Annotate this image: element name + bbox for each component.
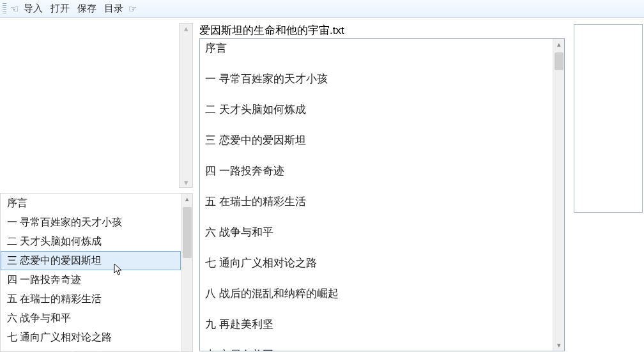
- right-panel: [574, 24, 643, 213]
- list-item[interactable]: 二 天才头脑如何炼成: [204, 102, 549, 118]
- left-chapter-list: 序言一 寻常百姓家的天才小孩二 天才头脑如何炼成三 恋爱中的爱因斯坦四 一路投奔…: [0, 193, 193, 352]
- left-scrollbar[interactable]: ▴: [181, 194, 192, 351]
- list-item[interactable]: 七 通向广义相对论之路: [204, 255, 549, 272]
- chevron-down-icon[interactable]: ▾: [184, 178, 188, 187]
- list-item[interactable]: 六 战争与和平: [204, 224, 549, 241]
- list-item[interactable]: 五 在瑞士的精彩生活: [204, 194, 549, 210]
- save-button[interactable]: 保存: [75, 2, 99, 15]
- list-item[interactable]: 九 再赴美利坚: [204, 316, 549, 333]
- list-item[interactable]: 序言: [1, 194, 181, 213]
- scrollbar-thumb[interactable]: [555, 52, 564, 70]
- left-scroll-strip[interactable]: ▴ ▾: [179, 23, 193, 188]
- scrollbar-thumb[interactable]: [183, 207, 192, 258]
- open-button[interactable]: 打开: [48, 2, 72, 15]
- chevron-down-icon[interactable]: ▾: [557, 340, 561, 351]
- list-item[interactable]: 三 恋爱中的爱因斯坦: [1, 251, 181, 270]
- list-item[interactable]: 四 一路投奔奇迹: [1, 270, 181, 289]
- list-item[interactable]: 一 寻常百姓家的天才小孩: [1, 213, 181, 232]
- list-item[interactable]: 三 恋爱中的爱因斯坦: [204, 132, 549, 149]
- list-item[interactable]: 七 通向广义相对论之路: [1, 328, 181, 347]
- document-title: 爱因斯坦的生命和他的宇宙.txt: [199, 23, 344, 38]
- list-item[interactable]: 八 战后的混乱和纳粹的崛起: [1, 347, 181, 351]
- list-item[interactable]: 一 寻常百姓家的天才小孩: [204, 71, 549, 88]
- chevron-up-icon[interactable]: ▴: [185, 194, 189, 204]
- toolbar: ☜ 导入 打开 保存 目录 ☞: [0, 0, 644, 18]
- list-item[interactable]: 五 在瑞士的精彩生活: [1, 289, 181, 309]
- toc-button[interactable]: 目录: [102, 2, 126, 15]
- list-item[interactable]: 四 一路投奔奇迹: [204, 163, 549, 180]
- list-item[interactable]: 六 战争与和平: [1, 309, 181, 328]
- chevron-up-icon[interactable]: ▴: [557, 39, 561, 50]
- center-chapter-list: 序言一 寻常百姓家的天才小孩二 天才头脑如何炼成三 恋爱中的爱因斯坦四 一路投奔…: [199, 38, 565, 351]
- chevron-up-icon[interactable]: ▴: [184, 24, 188, 33]
- hand-right-icon[interactable]: ☞: [128, 3, 137, 15]
- list-item[interactable]: 二 天才头脑如何炼成: [1, 232, 181, 251]
- center-scrollbar[interactable]: ▴ ▾: [553, 39, 564, 351]
- list-item[interactable]: 十 定居在美国: [204, 347, 549, 351]
- list-item[interactable]: 八 战后的混乱和纳粹的崛起: [204, 286, 549, 302]
- toolbar-grip[interactable]: [3, 3, 6, 15]
- import-button[interactable]: 导入: [21, 2, 45, 15]
- list-item[interactable]: 序言: [204, 40, 549, 57]
- hand-left-icon[interactable]: ☜: [10, 3, 19, 15]
